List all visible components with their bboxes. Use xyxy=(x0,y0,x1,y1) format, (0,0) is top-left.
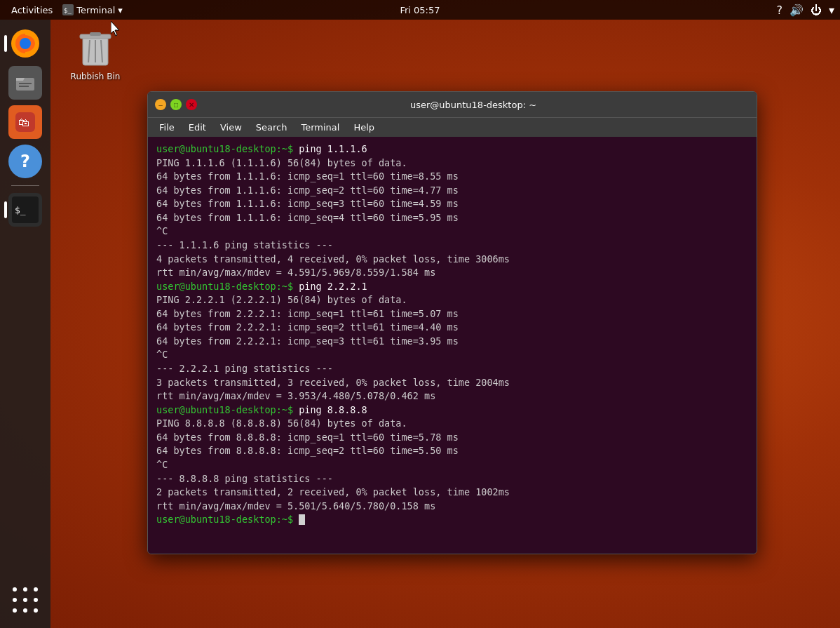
terminal-menubar: File Edit View Search Terminal Help xyxy=(148,117,757,137)
maximize-button[interactable]: □ xyxy=(170,99,182,110)
help-indicator[interactable]: ? xyxy=(776,4,783,17)
terminal-prompt: user@ubuntu18-desktop:~$ xyxy=(156,143,299,154)
apps-grid-dot xyxy=(13,608,17,613)
apps-grid-dot xyxy=(13,587,17,592)
svg-text:🛍: 🛍 xyxy=(18,116,29,128)
terminal-command: ping 1.1.1.6 xyxy=(299,143,367,154)
sidebar-item-help[interactable]: ? xyxy=(8,145,42,178)
rubbish-bin-icon xyxy=(79,27,112,69)
terminal-prompt: user@ubuntu18-desktop:~$ xyxy=(156,404,299,415)
svg-text:$_: $_ xyxy=(64,7,72,14)
help-icon: ? xyxy=(8,145,42,178)
apps-grid-dot xyxy=(34,587,38,592)
apps-grid-dot xyxy=(13,598,17,602)
menu-file[interactable]: File xyxy=(154,121,180,134)
terminal-output-line: --- 2.2.2.1 ping statistics --- xyxy=(156,362,748,376)
terminal-title: user@ubuntu18-desktop: ~ xyxy=(197,100,750,110)
terminal-output-line: ^C xyxy=(156,458,748,472)
all-apps-button[interactable] xyxy=(8,583,42,617)
terminal-output-line: 64 bytes from 2.2.2.1: icmp_seq=3 ttl=61… xyxy=(156,335,748,349)
terminal-output-line: 64 bytes from 2.2.2.1: icmp_seq=1 ttl=61… xyxy=(156,307,748,321)
app-name-label: Terminal xyxy=(76,5,115,15)
terminal-output-line: 2 packets transmitted, 2 received, 0% pa… xyxy=(156,486,748,500)
topbar-clock: Fri 05:57 xyxy=(400,5,440,15)
rubbish-bin-label: Rubbish Bin xyxy=(71,72,121,81)
menu-terminal[interactable]: Terminal xyxy=(295,121,345,134)
sidebar-item-files[interactable] xyxy=(8,66,42,100)
terminal-output-line: 4 packets transmitted, 4 received, 0% pa… xyxy=(156,253,748,267)
files-icon xyxy=(8,66,42,100)
terminal-command: ping 8.8.8.8 xyxy=(299,404,367,415)
terminal-output-line: 3 packets transmitted, 3 received, 0% pa… xyxy=(156,376,748,390)
apps-grid-dot xyxy=(23,608,27,613)
terminal-output-line: rtt min/avg/max/mdev = 3.953/4.480/5.078… xyxy=(156,389,748,403)
terminal-window: – □ ✕ user@ubuntu18-desktop: ~ File Edit… xyxy=(147,91,757,554)
terminal-output-line: ^C xyxy=(156,225,748,239)
terminal-output-line: --- 1.1.1.6 ping statistics --- xyxy=(156,239,748,253)
appstore-icon: 🛍 xyxy=(8,105,42,139)
desktop-icon-rubbish-bin[interactable]: Rubbish Bin xyxy=(67,27,123,81)
terminal-prompt: user@ubuntu18-desktop:~$ xyxy=(156,514,299,525)
volume-icon[interactable]: 🔊 xyxy=(790,4,804,17)
sidebar-item-appstore[interactable]: 🛍 xyxy=(8,105,42,139)
svg-text:$_: $_ xyxy=(15,205,26,215)
menu-view[interactable]: View xyxy=(215,121,248,134)
terminal-output-line: ^C xyxy=(156,348,748,362)
power-menu-arrow: ▾ xyxy=(829,4,834,17)
firefox-icon xyxy=(8,27,42,60)
sidebar-item-terminal[interactable]: $_ xyxy=(8,193,42,227)
topbar-left: Activities $_ Terminal ▾ xyxy=(6,4,123,15)
window-controls: – □ ✕ xyxy=(155,99,197,110)
terminal-output-line: 64 bytes from 8.8.8.8: icmp_seq=2 ttl=60… xyxy=(156,444,748,458)
dock-separator xyxy=(11,185,39,186)
svg-point-4 xyxy=(20,38,31,49)
power-icon[interactable]: ⏻ xyxy=(811,4,822,17)
terminal-output-line: 64 bytes from 1.1.1.6: icmp_seq=2 ttl=60… xyxy=(156,184,748,198)
apps-grid-dot xyxy=(23,598,27,602)
terminal-output-line: 64 bytes from 8.8.8.8: icmp_seq=1 ttl=60… xyxy=(156,431,748,445)
menu-edit[interactable]: Edit xyxy=(183,121,212,134)
svg-rect-7 xyxy=(19,86,29,87)
terminal-output-line: PING 1.1.1.6 (1.1.1.6) 56(84) bytes of d… xyxy=(156,156,748,171)
terminal-output-line: PING 8.8.8.8 (8.8.8.8) 56(84) bytes of d… xyxy=(156,417,748,431)
terminal-cursor xyxy=(299,514,305,525)
terminal-command: ping 2.2.2.1 xyxy=(299,281,367,292)
sidebar-item-firefox[interactable] xyxy=(8,27,42,60)
terminal-output-line: 64 bytes from 1.1.1.6: icmp_seq=1 ttl=60… xyxy=(156,170,748,184)
svg-rect-6 xyxy=(19,83,32,84)
terminal-output-line: 64 bytes from 1.1.1.6: icmp_seq=4 ttl=60… xyxy=(156,211,748,225)
terminal-output-line: --- 8.8.8.8 ping statistics --- xyxy=(156,472,748,486)
svg-rect-14 xyxy=(90,32,101,36)
apps-grid-dot xyxy=(34,598,38,602)
app-name-menu[interactable]: $_ Terminal ▾ xyxy=(62,4,122,15)
menu-help[interactable]: Help xyxy=(348,121,380,134)
sidebar: 🛍 ? $_ xyxy=(0,20,50,628)
terminal-output-line: PING 2.2.2.1 (2.2.2.1) 56(84) bytes of d… xyxy=(156,293,748,307)
app-menu-arrow: ▾ xyxy=(118,5,123,15)
topbar: Activities $_ Terminal ▾ Fri 05:57 ? 🔊 ⏻… xyxy=(0,0,840,20)
terminal-titlebar: – □ ✕ user@ubuntu18-desktop: ~ xyxy=(148,92,757,117)
close-button[interactable]: ✕ xyxy=(186,99,197,110)
terminal-content[interactable]: user@ubuntu18-desktop:~$ ping 1.1.1.6PIN… xyxy=(148,137,757,554)
menu-search[interactable]: Search xyxy=(250,121,293,134)
terminal-output-line: rtt min/avg/max/mdev = 4.591/5.969/8.559… xyxy=(156,266,748,280)
apps-grid-dot xyxy=(23,587,27,592)
terminal-dock-icon: $_ xyxy=(8,193,42,227)
topbar-right: ? 🔊 ⏻ ▾ xyxy=(776,4,834,17)
terminal-output-line: 64 bytes from 1.1.1.6: icmp_seq=3 ttl=60… xyxy=(156,197,748,211)
terminal-icon-small: $_ xyxy=(62,4,74,15)
activities-button[interactable]: Activities xyxy=(6,5,58,15)
terminal-output-line: rtt min/avg/max/mdev = 5.501/5.640/5.780… xyxy=(156,500,748,514)
terminal-prompt: user@ubuntu18-desktop:~$ xyxy=(156,281,299,292)
trash-svg xyxy=(79,27,112,68)
apps-grid-dot xyxy=(34,608,38,613)
terminal-output-line: 64 bytes from 2.2.2.1: icmp_seq=2 ttl=61… xyxy=(156,321,748,335)
minimize-button[interactable]: – xyxy=(155,99,166,110)
